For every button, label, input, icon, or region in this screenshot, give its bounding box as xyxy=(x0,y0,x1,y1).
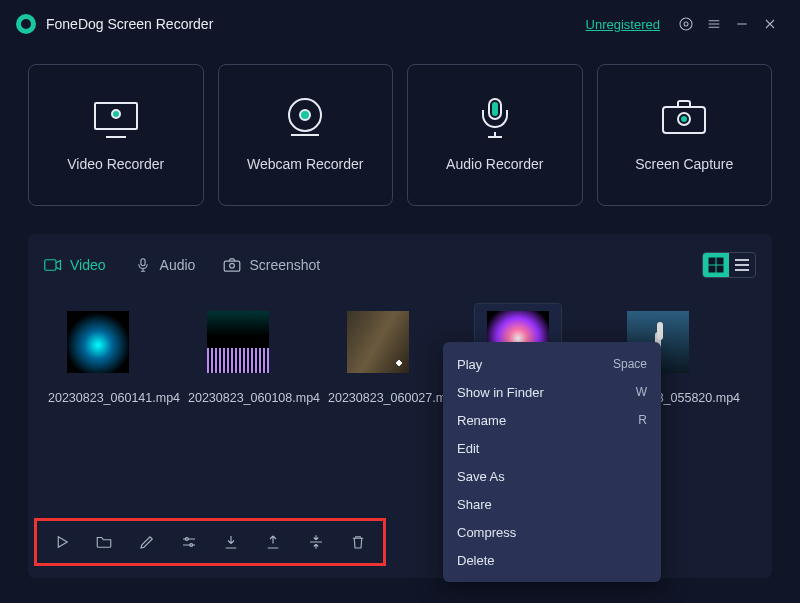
download-icon xyxy=(222,533,240,551)
thumbnail xyxy=(207,311,269,373)
play-button[interactable] xyxy=(45,523,79,561)
menu-item-edit[interactable]: Edit xyxy=(443,434,661,462)
mode-screen-capture[interactable]: Screen Capture xyxy=(597,64,773,206)
mode-label: Screen Capture xyxy=(635,156,733,172)
library-toolbar xyxy=(34,518,386,566)
app-logo-icon xyxy=(16,14,36,34)
svg-rect-7 xyxy=(717,258,723,264)
tab-screenshot[interactable]: Screenshot xyxy=(223,257,320,273)
svg-rect-8 xyxy=(709,266,715,272)
svg-point-1 xyxy=(680,18,692,30)
delete-button[interactable] xyxy=(341,523,375,561)
list-icon xyxy=(734,257,750,273)
menu-item-rename[interactable]: RenameR xyxy=(443,406,661,434)
menu-item-label: Edit xyxy=(457,441,479,456)
file-name: 20230823_060027.mp4 xyxy=(328,390,428,407)
shortcut: W xyxy=(636,385,647,399)
share-icon xyxy=(264,533,282,551)
view-toggle xyxy=(702,252,756,278)
grid-view-button[interactable] xyxy=(703,253,729,277)
trash-icon xyxy=(349,533,367,551)
tab-audio[interactable]: Audio xyxy=(134,257,196,273)
mode-label: Audio Recorder xyxy=(446,156,543,172)
file-name: 20230823_060141.mp4 xyxy=(48,390,148,407)
menu-icon[interactable] xyxy=(700,10,728,38)
folder-icon xyxy=(95,533,113,551)
grid-icon xyxy=(708,257,724,273)
menu-item-label: Compress xyxy=(457,525,516,540)
webcam-icon xyxy=(281,98,329,138)
shortcut: Space xyxy=(613,357,647,371)
monitor-icon xyxy=(92,98,140,138)
play-icon xyxy=(53,533,71,551)
mode-video-recorder[interactable]: Video Recorder xyxy=(28,64,204,206)
menu-item-save-as[interactable]: Save As xyxy=(443,462,661,490)
file-item[interactable]: 20230823_060141.mp4 xyxy=(48,304,148,407)
mode-label: Video Recorder xyxy=(67,156,164,172)
mode-buttons: Video Recorder Webcam Recorder Audio Rec… xyxy=(0,48,800,206)
menu-item-play[interactable]: PlaySpace xyxy=(443,350,661,378)
edit-button[interactable] xyxy=(130,523,164,561)
compress-button[interactable] xyxy=(299,523,333,561)
svg-point-0 xyxy=(684,22,688,26)
menu-item-label: Rename xyxy=(457,413,506,428)
application-window: FoneDog Screen Recorder Unregistered Vid… xyxy=(0,0,800,603)
tab-label: Video xyxy=(70,257,106,273)
video-icon xyxy=(44,258,62,272)
settings-button[interactable] xyxy=(172,523,206,561)
menu-item-label: Save As xyxy=(457,469,505,484)
svg-rect-4 xyxy=(225,261,241,271)
share-button[interactable] xyxy=(256,523,290,561)
tab-label: Audio xyxy=(160,257,196,273)
file-item[interactable]: 20230823_060108.mp4 xyxy=(188,304,288,407)
menu-item-label: Show in Finder xyxy=(457,385,544,400)
audio-icon xyxy=(134,258,152,272)
svg-point-5 xyxy=(230,263,235,268)
menu-item-share[interactable]: Share xyxy=(443,490,661,518)
mode-audio-recorder[interactable]: Audio Recorder xyxy=(407,64,583,206)
context-menu: PlaySpace Show in FinderW RenameR Edit S… xyxy=(443,342,661,582)
titlebar: FoneDog Screen Recorder Unregistered xyxy=(0,0,800,48)
registration-link[interactable]: Unregistered xyxy=(586,17,660,32)
tab-label: Screenshot xyxy=(249,257,320,273)
list-view-button[interactable] xyxy=(729,253,755,277)
library-tabs: Video Audio Screenshot xyxy=(44,250,756,280)
menu-item-show-in-finder[interactable]: Show in FinderW xyxy=(443,378,661,406)
tab-video[interactable]: Video xyxy=(44,257,106,273)
svg-rect-2 xyxy=(45,260,56,271)
thumbnail xyxy=(67,311,129,373)
settings-icon[interactable] xyxy=(672,10,700,38)
menu-item-label: Play xyxy=(457,357,482,372)
minimize-icon[interactable] xyxy=(728,10,756,38)
file-item[interactable]: 20230823_060027.mp4 xyxy=(328,304,428,407)
menu-item-compress[interactable]: Compress xyxy=(443,518,661,546)
camera-icon xyxy=(660,98,708,138)
open-folder-button[interactable] xyxy=(87,523,121,561)
thumbnail xyxy=(347,311,409,373)
menu-item-label: Share xyxy=(457,497,492,512)
close-icon[interactable] xyxy=(756,10,784,38)
svg-rect-6 xyxy=(709,258,715,264)
svg-rect-3 xyxy=(140,259,144,266)
screenshot-icon xyxy=(223,258,241,272)
compress-icon xyxy=(307,533,325,551)
menu-item-delete[interactable]: Delete xyxy=(443,546,661,574)
save-button[interactable] xyxy=(214,523,248,561)
svg-rect-9 xyxy=(717,266,723,272)
mode-webcam-recorder[interactable]: Webcam Recorder xyxy=(218,64,394,206)
app-title: FoneDog Screen Recorder xyxy=(46,16,213,32)
pencil-icon xyxy=(138,533,156,551)
microphone-icon xyxy=(471,98,519,138)
sliders-icon xyxy=(180,533,198,551)
mode-label: Webcam Recorder xyxy=(247,156,363,172)
menu-item-label: Delete xyxy=(457,553,495,568)
shortcut: R xyxy=(638,413,647,427)
file-name: 20230823_060108.mp4 xyxy=(188,390,288,407)
